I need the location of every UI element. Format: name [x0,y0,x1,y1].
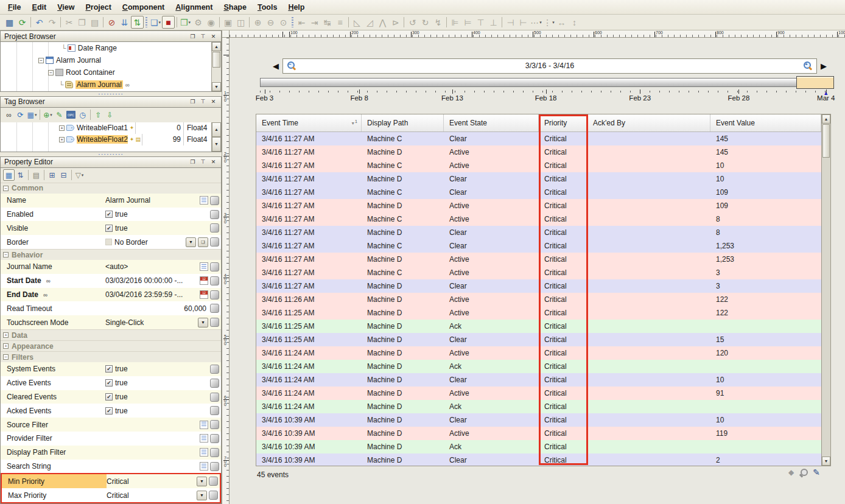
section-header-filters[interactable]: −Filters [1,351,221,362]
event-row[interactable]: 3/4/16 10:39 AMMachine DClearCritical2 [256,453,821,466]
float-button[interactable]: ❐ [189,98,197,106]
designer-canvas[interactable]: 1002003004005006007008009001000 10020030… [222,30,845,504]
dock-splitter[interactable] [0,92,222,96]
tree-item-root-container[interactable]: −Root Container [1,66,221,79]
collapse-all-icon[interactable]: ⊟ [58,169,69,181]
date-range-box[interactable]: − 3/3/16 - 3/4/16 + [282,58,817,74]
live-event-icon[interactable]: ◆ [788,468,794,477]
dropdown-button[interactable]: ▼ [197,491,207,500]
align-bottom-icon[interactable]: ⊥ [487,16,500,29]
float-button[interactable]: ❐ [189,32,197,40]
tree-item-alarm-journal[interactable]: −Alarm Journal [1,54,221,66]
table-scrollbar[interactable]: ▲ ▼ [821,114,830,466]
tag-grid-icon[interactable]: ▦▾ [26,109,38,121]
gear-icon[interactable]: ⚙ [192,16,205,29]
expand-icon[interactable]: + [59,137,65,142]
menu-project[interactable]: Project [80,1,116,13]
binding-icon[interactable] [210,406,219,415]
binding-icon[interactable] [209,491,218,500]
update-project-icon[interactable]: ⟳ [16,16,29,29]
size-height-icon[interactable]: ⊢ [517,16,530,29]
import-tags-icon[interactable]: ⇧ [93,109,104,121]
tag-browser-scrollbar[interactable]: ▲ ▼ [211,122,221,152]
scroll-down-button[interactable]: ▼ [212,137,221,152]
scroll-thumb[interactable] [212,52,220,68]
binding-icon[interactable] [210,237,219,247]
float-button[interactable]: ❐ [189,158,197,166]
menu-view[interactable]: View [52,1,80,13]
edit-text-icon[interactable] [200,434,208,443]
annotation-pen-icon[interactable]: ✎ [813,467,820,477]
event-row[interactable]: 3/4/16 11:27 AMMachine CClearCritical1,2… [256,239,821,253]
scroll-thumb[interactable] [822,124,830,158]
edit-text-icon[interactable] [200,196,208,205]
event-row[interactable]: 3/4/16 10:39 AMMachine DClearCritical10 [256,413,821,427]
binding-icon[interactable] [210,304,219,313]
dropdown-button[interactable]: ▼ [197,477,207,486]
zoom-out-icon[interactable]: − [287,61,296,70]
property-value[interactable]: 60,000 [105,304,209,313]
lock-icon[interactable]: ◉ [205,16,217,29]
align-top-icon[interactable]: ⊤ [474,16,487,29]
event-row[interactable]: 3/4/16 11:24 AMMachine DAckCritical [256,360,821,373]
section-header-appearance[interactable]: +Appearance [1,340,221,351]
scroll-up-button[interactable]: ▲ [822,114,830,124]
align-right-icon[interactable]: ⊨ [461,16,474,29]
zoom-out-icon[interactable]: ⊖ [264,16,277,29]
binding-icon[interactable] [210,210,219,219]
tag-row-writeablefloat1[interactable]: +WriteableFloat1✦0Float4 [1,122,221,134]
property-value[interactable]: Critical [107,477,195,486]
event-row[interactable]: 3/4/16 11:27 AMMachine CClearCritical145 [256,132,821,145]
property-value[interactable]: Critical [107,491,195,500]
menu-shape[interactable]: Shape [218,1,252,13]
column-header-ack-ed-by[interactable]: Ack'ed By [587,114,710,131]
tree-item-date-range[interactable]: └Date Range [1,42,221,54]
section-header-data[interactable]: +Data [1,329,221,340]
date-range-next-arrow[interactable]: ▶ [821,61,827,71]
opc-icon[interactable]: OPC [65,109,77,121]
stack-options-icon[interactable]: ⋮▾ [542,16,555,29]
rotate-cw-icon[interactable]: ◿ [363,16,376,29]
close-button[interactable]: ✕ [209,98,217,106]
section-expander-icon[interactable]: − [3,252,9,257]
db-block-icon[interactable]: ⊘ [105,16,118,29]
edit-text-icon[interactable] [200,421,208,429]
tree-item-alarm-journal[interactable]: └Alarm Journal∞ [1,79,221,91]
dock-splitter[interactable] [0,152,222,156]
menu-file[interactable]: File [2,1,27,13]
align-left-icon[interactable]: ⊫ [449,16,461,29]
property-value[interactable]: 03/03/2016 00:00:00 -... [105,276,198,285]
component-palette-icon[interactable]: ❒▾ [179,16,192,29]
binding-icon[interactable] [210,448,219,457]
close-button[interactable]: ✕ [209,32,217,40]
checkbox-icon[interactable]: ✔ [105,393,113,401]
section-expander-icon[interactable]: + [3,343,9,349]
column-header-event-state[interactable]: Event State [444,114,539,131]
timeline-bar[interactable] [260,78,833,87]
binding-icon[interactable] [210,290,219,299]
move-forward-icon[interactable]: ⇤ [295,16,308,29]
more-options-icon[interactable]: ⋯▾ [530,16,542,29]
property-value[interactable]: No Border [105,238,184,247]
event-row[interactable]: 3/4/16 11:24 AMMachine DActiveCritical91 [256,387,821,400]
menu-component[interactable]: Component [117,1,170,13]
shape-intersect-icon[interactable]: ↻ [419,16,432,29]
section-header-behavior[interactable]: −Behavior [1,249,221,260]
db-pending-icon[interactable]: ⇊ [118,16,131,29]
binding-icon[interactable] [210,420,219,429]
timer-icon[interactable]: ◷ [77,109,88,121]
move-front-icon[interactable]: ↹ [321,16,334,29]
add-tag-icon[interactable]: ⊕▾ [42,109,54,121]
redo-icon[interactable]: ↷ [46,16,58,29]
binding-icon[interactable] [210,318,219,327]
event-row[interactable]: 3/4/16 11:27 AMMachine DActiveCritical14… [256,145,821,159]
edit-text-icon[interactable] [200,448,208,457]
event-row[interactable]: 3/4/16 11:24 AMMachine DActiveCritical12… [256,346,821,360]
categorize-icon[interactable]: ▦ [3,169,15,181]
menu-tools[interactable]: Tools [252,1,282,13]
border-dialog-button[interactable]: ❏ [198,237,208,247]
event-row[interactable]: 3/4/16 10:39 AMMachine DActiveCritical11… [256,427,821,440]
pin-button[interactable]: ⊤ [199,98,207,106]
dropdown-button[interactable]: ▼ [198,318,208,327]
rotate-ccw-icon[interactable]: ◺ [351,16,363,29]
